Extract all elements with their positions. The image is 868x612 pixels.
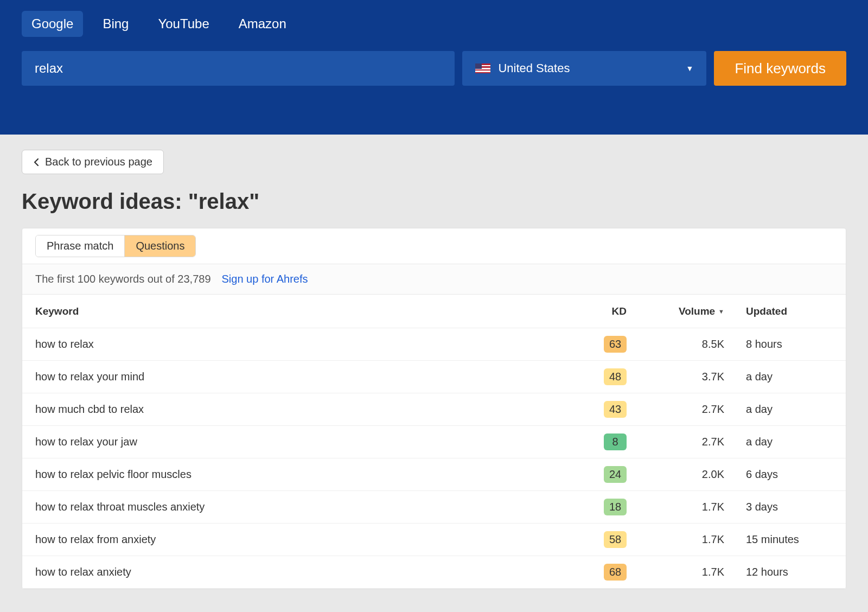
table-row[interactable]: how to relax anxiety681.7K12 hours xyxy=(22,556,846,589)
kd-badge: 63 xyxy=(604,336,627,353)
keyword-cell: how to relax from anxiety xyxy=(35,533,567,546)
country-name: United States xyxy=(498,61,570,75)
volume-cell: 2.7K xyxy=(627,436,724,448)
keyword-cell: how to relax your mind xyxy=(35,371,567,383)
kd-badge: 43 xyxy=(604,401,627,418)
kd-badge: 48 xyxy=(604,368,627,385)
volume-cell: 1.7K xyxy=(627,566,724,578)
chevron-down-icon: ▼ xyxy=(686,64,694,73)
source-tab-youtube[interactable]: YouTube xyxy=(148,11,219,37)
sub-tabs-wrap: Phrase match Questions xyxy=(22,228,846,264)
source-tab-google[interactable]: Google xyxy=(22,11,83,37)
updated-cell: a day xyxy=(724,436,833,448)
volume-cell: 1.7K xyxy=(627,533,724,546)
updated-cell: a day xyxy=(724,371,833,383)
kd-cell: 58 xyxy=(567,531,627,548)
back-button[interactable]: Back to previous page xyxy=(22,150,164,174)
keywords-table: Keyword KD Volume ▼ Updated how to relax… xyxy=(22,295,846,589)
volume-cell: 3.7K xyxy=(627,371,724,383)
tab-questions[interactable]: Questions xyxy=(125,235,195,257)
keyword-cell: how to relax anxiety xyxy=(35,566,567,578)
volume-cell: 2.7K xyxy=(627,403,724,416)
results-count-text: The first 100 keywords out of 23,789 xyxy=(35,273,211,285)
sub-tabs: Phrase match Questions xyxy=(35,235,196,257)
updated-cell: 3 days xyxy=(724,501,833,513)
header: GoogleBingYouTubeAmazon United States ▼ … xyxy=(0,0,868,135)
table-row[interactable]: how to relax from anxiety581.7K15 minute… xyxy=(22,524,846,556)
table-row[interactable]: how to relax your jaw82.7Ka day xyxy=(22,426,846,458)
kd-badge: 8 xyxy=(604,433,627,450)
updated-cell: 8 hours xyxy=(724,338,833,350)
col-header-volume-label: Volume xyxy=(679,305,715,317)
results-panel: Phrase match Questions The first 100 key… xyxy=(22,228,846,589)
col-header-kd[interactable]: KD xyxy=(567,305,627,317)
kd-cell: 18 xyxy=(567,499,627,515)
col-header-updated[interactable]: Updated xyxy=(724,305,833,317)
volume-cell: 8.5K xyxy=(627,338,724,350)
kd-badge: 18 xyxy=(604,499,627,515)
kd-badge: 24 xyxy=(604,466,627,483)
table-row[interactable]: how much cbd to relax432.7Ka day xyxy=(22,393,846,426)
col-header-keyword[interactable]: Keyword xyxy=(35,305,567,317)
content: Back to previous page Keyword ideas: "re… xyxy=(0,135,868,611)
volume-cell: 1.7K xyxy=(627,501,724,513)
info-row: The first 100 keywords out of 23,789 Sig… xyxy=(22,264,846,295)
signup-link[interactable]: Sign up for Ahrefs xyxy=(222,273,308,285)
keyword-cell: how to relax xyxy=(35,338,567,350)
table-header: Keyword KD Volume ▼ Updated xyxy=(22,295,846,328)
kd-cell: 8 xyxy=(567,433,627,450)
updated-cell: a day xyxy=(724,403,833,416)
back-button-label: Back to previous page xyxy=(45,156,152,168)
col-header-volume[interactable]: Volume ▼ xyxy=(627,305,724,317)
updated-cell: 15 minutes xyxy=(724,533,833,546)
kd-cell: 43 xyxy=(567,401,627,418)
source-tabs: GoogleBingYouTubeAmazon xyxy=(22,11,846,37)
table-row[interactable]: how to relax throat muscles anxiety181.7… xyxy=(22,491,846,524)
page-title: Keyword ideas: "relax" xyxy=(22,189,846,214)
us-flag-icon xyxy=(475,63,490,73)
keyword-search-input[interactable] xyxy=(22,51,455,86)
keyword-cell: how to relax throat muscles anxiety xyxy=(35,501,567,513)
tab-phrase-match[interactable]: Phrase match xyxy=(36,235,125,257)
find-keywords-button[interactable]: Find keywords xyxy=(714,51,846,86)
table-row[interactable]: how to relax your mind483.7Ka day xyxy=(22,361,846,393)
volume-cell: 2.0K xyxy=(627,468,724,481)
table-row[interactable]: how to relax638.5K8 hours xyxy=(22,328,846,361)
source-tab-bing[interactable]: Bing xyxy=(93,11,138,37)
updated-cell: 6 days xyxy=(724,468,833,481)
search-row: United States ▼ Find keywords xyxy=(22,51,846,86)
source-tab-amazon[interactable]: Amazon xyxy=(229,11,296,37)
kd-cell: 68 xyxy=(567,564,627,581)
keyword-cell: how to relax pelvic floor muscles xyxy=(35,468,567,481)
country-select[interactable]: United States ▼ xyxy=(462,51,706,86)
sort-desc-icon: ▼ xyxy=(718,308,724,315)
chevron-left-icon xyxy=(33,158,40,167)
kd-badge: 68 xyxy=(604,564,627,581)
kd-cell: 48 xyxy=(567,368,627,385)
kd-badge: 58 xyxy=(604,531,627,548)
kd-cell: 24 xyxy=(567,466,627,483)
updated-cell: 12 hours xyxy=(724,566,833,578)
kd-cell: 63 xyxy=(567,336,627,353)
table-row[interactable]: how to relax pelvic floor muscles242.0K6… xyxy=(22,458,846,491)
keyword-cell: how much cbd to relax xyxy=(35,403,567,416)
keyword-cell: how to relax your jaw xyxy=(35,436,567,448)
